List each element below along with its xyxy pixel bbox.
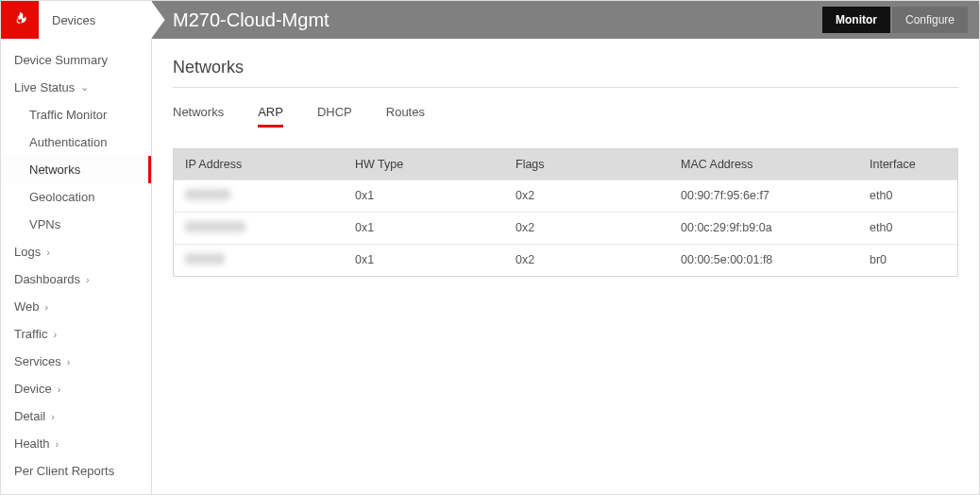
sidebar-item-label: Authentication — [29, 135, 107, 149]
column-header[interactable]: HW Type — [344, 149, 504, 179]
cell-value: 0x1 — [355, 189, 374, 202]
column-header[interactable]: IP Address — [174, 149, 344, 179]
topbar: M270-Cloud-Mgmt Monitor Configure — [152, 1, 979, 39]
sidebar-item-label: Device — [14, 382, 52, 396]
arp-table: IP AddressHW TypeFlagsMAC AddressInterfa… — [173, 148, 958, 277]
sidebar-item-label: Device Summary — [14, 53, 108, 67]
cell-interface: eth0 — [858, 180, 957, 212]
column-header[interactable]: MAC Address — [669, 149, 858, 179]
tab-arp[interactable]: ARP — [258, 105, 283, 128]
sidebar-item-services[interactable]: Services› — [1, 348, 151, 375]
sidebar-item-label: Detail — [14, 409, 45, 423]
column-header[interactable]: Flags — [504, 149, 669, 179]
tab-label: Routes — [386, 105, 425, 119]
table-header: IP AddressHW TypeFlagsMAC AddressInterfa… — [174, 149, 957, 180]
sidebar-item-live-status[interactable]: Live Status⌄ — [1, 74, 151, 101]
column-header[interactable]: Interface — [858, 149, 957, 179]
page-heading: Networks — [173, 58, 958, 88]
cell-flags: 0x2 — [504, 213, 669, 244]
sidebar-item-per-client-reports[interactable]: Per Client Reports — [1, 457, 151, 485]
tab-label: Networks — [173, 105, 224, 119]
sidebar-item-label: Live Status — [14, 80, 75, 94]
sidebar-item-label: Traffic Monitor — [29, 108, 107, 122]
cell-value: 0x2 — [515, 189, 534, 202]
tab-routes[interactable]: Routes — [386, 105, 425, 128]
table-row[interactable]: 0x10x200:0c:29:9f:b9:0aeth0 — [174, 213, 957, 245]
monitor-button-label: Monitor — [836, 13, 877, 26]
column-header-label: Interface — [870, 158, 916, 171]
chevron-right-icon: › — [86, 274, 90, 285]
column-header-label: IP Address — [185, 158, 242, 171]
cell-hw-type: 0x1 — [344, 180, 504, 212]
sidebar-devices-label: Devices — [52, 13, 95, 27]
main: M270-Cloud-Mgmt Monitor Configure Networ… — [152, 1, 979, 494]
tab-dhcp[interactable]: DHCP — [317, 105, 352, 128]
cell-value: 0x2 — [515, 253, 534, 266]
cell-value: 00:0c:29:9f:b9:0a — [681, 221, 772, 234]
sidebar-devices-tab[interactable]: Devices — [39, 1, 151, 39]
sidebar-item-dashboards[interactable]: Dashboards› — [1, 265, 151, 293]
cell-hw-type: 0x1 — [344, 213, 504, 244]
cell-ip-address — [174, 213, 344, 244]
device-title: M270-Cloud-Mgmt — [173, 9, 822, 31]
sidebar-item-label: Logs — [14, 245, 41, 259]
column-header-label: MAC Address — [681, 158, 752, 171]
cell-hw-type: 0x1 — [344, 245, 504, 276]
chevron-right-icon: › — [58, 384, 61, 395]
sidebar-item-web[interactable]: Web› — [1, 293, 151, 320]
chevron-right-icon: › — [51, 411, 55, 422]
cell-flags: 0x2 — [504, 245, 669, 276]
configure-button-label: Configure — [905, 13, 955, 26]
sidebar-item-device[interactable]: Device› — [1, 375, 151, 402]
tab-bar: NetworksARPDHCPRoutes — [173, 105, 958, 128]
table-row[interactable]: 0x10x200:00:5e:00:01:f8br0 — [174, 245, 957, 276]
cell-value: 00:00:5e:00:01:f8 — [681, 253, 772, 266]
sidebar-item-device-summary[interactable]: Device Summary — [1, 46, 151, 74]
cell-value: 0x1 — [355, 221, 374, 234]
cell-value: br0 — [870, 253, 887, 266]
cell-value: 0x1 — [355, 253, 374, 266]
sidebar-item-label: Web — [14, 299, 40, 314]
sidebar-item-traffic[interactable]: Traffic› — [1, 320, 151, 348]
configure-button[interactable]: Configure — [892, 7, 968, 33]
sidebar-item-label: Health — [14, 436, 50, 451]
sidebar: Devices Device SummaryLive Status⌄Traffi… — [1, 1, 152, 494]
cell-mac-address: 00:90:7f:95:6e:f7 — [669, 180, 858, 212]
sidebar-item-logs[interactable]: Logs› — [1, 238, 151, 265]
column-header-label: HW Type — [355, 158, 403, 171]
tab-label: ARP — [258, 105, 283, 119]
sidebar-item-traffic-monitor[interactable]: Traffic Monitor — [1, 101, 151, 128]
chevron-down-icon: ⌄ — [80, 81, 89, 94]
sidebar-item-authentication[interactable]: Authentication — [1, 128, 151, 156]
cell-value: eth0 — [870, 189, 892, 202]
table-row[interactable]: 0x10x200:90:7f:95:6e:f7eth0 — [174, 180, 957, 213]
sidebar-item-health[interactable]: Health› — [1, 430, 151, 457]
cell-mac-address: 00:0c:29:9f:b9:0a — [669, 213, 858, 244]
chevron-right-icon: › — [56, 438, 59, 450]
monitor-button[interactable]: Monitor — [822, 7, 890, 33]
redacted-ip — [185, 189, 230, 200]
sidebar-item-networks[interactable]: Networks — [1, 156, 151, 183]
cell-value: eth0 — [870, 221, 892, 234]
cell-ip-address — [174, 180, 344, 212]
cell-interface: eth0 — [858, 213, 957, 244]
sidebar-item-label: Per Client Reports — [14, 464, 114, 478]
sidebar-item-detail[interactable]: Detail› — [1, 402, 151, 430]
cell-flags: 0x2 — [504, 180, 669, 212]
cell-value: 0x2 — [515, 221, 534, 234]
cell-ip-address — [174, 245, 344, 276]
sidebar-item-geolocation[interactable]: Geolocation — [1, 183, 151, 211]
sidebar-item-label: Geolocation — [29, 190, 94, 204]
cell-mac-address: 00:00:5e:00:01:f8 — [669, 245, 858, 276]
chevron-right-icon: › — [67, 356, 71, 367]
sidebar-item-label: Networks — [29, 162, 80, 177]
sidebar-nav: Device SummaryLive Status⌄Traffic Monito… — [1, 39, 151, 485]
sidebar-item-vpns[interactable]: VPNs — [1, 211, 151, 238]
sidebar-item-label: Services — [14, 354, 61, 368]
chevron-right-icon: › — [46, 247, 50, 258]
cell-interface: br0 — [858, 245, 957, 276]
brand-fire-icon — [1, 1, 39, 39]
cell-value: 00:90:7f:95:6e:f7 — [681, 189, 769, 202]
sidebar-item-label: VPNs — [29, 217, 60, 231]
tab-networks[interactable]: Networks — [173, 105, 224, 128]
